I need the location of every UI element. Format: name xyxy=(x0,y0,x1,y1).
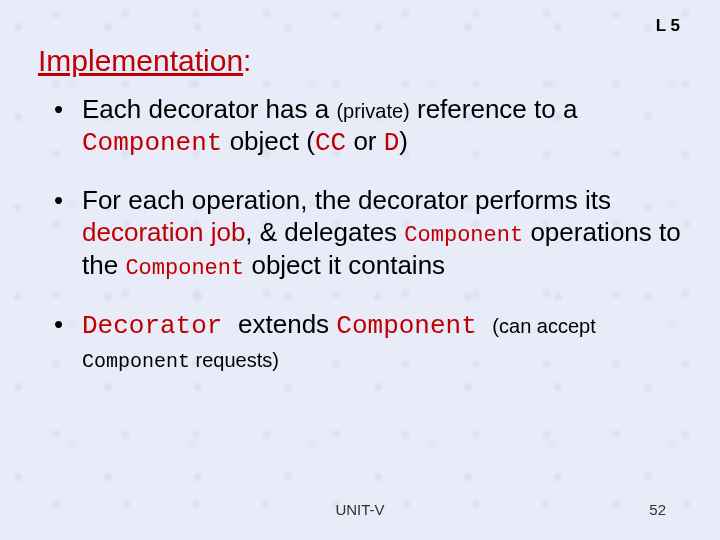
b2-decoration-job: decoration job xyxy=(82,217,245,247)
b3-component: Component xyxy=(336,311,492,341)
b1-component: Component xyxy=(82,128,222,158)
b1-close: ) xyxy=(399,126,408,156)
b2-component-2: Component xyxy=(125,256,244,281)
footer-unit: UNIT-V xyxy=(0,501,720,518)
title-text: Implementation xyxy=(38,44,243,77)
slide-title: Implementation: xyxy=(38,44,251,78)
b3-can-accept: (can accept xyxy=(492,315,595,337)
b2-text4: object it contains xyxy=(244,250,445,280)
slide-body: Each decorator has a (private) reference… xyxy=(48,94,690,400)
bullet-1: Each decorator has a (private) reference… xyxy=(48,94,690,159)
bullet-3: Decorator extends Component (can accept … xyxy=(48,309,690,374)
b1-d: D xyxy=(384,128,400,158)
b2-text: For each operation, the decorator perfor… xyxy=(82,185,611,215)
bullet-2: For each operation, the decorator perfor… xyxy=(48,185,690,282)
b3-requests: requests) xyxy=(190,349,279,371)
b1-text: Each decorator has a xyxy=(82,94,336,124)
b1-text2: reference to a xyxy=(410,94,578,124)
b3-decorator: Decorator xyxy=(82,311,238,341)
b3-extends: extends xyxy=(238,309,336,339)
b2-component-1: Component xyxy=(404,223,523,248)
lecture-label: L 5 xyxy=(656,16,680,36)
b1-or: or xyxy=(346,126,384,156)
title-colon: : xyxy=(243,44,251,78)
b1-private: (private) xyxy=(336,100,409,122)
page-number: 52 xyxy=(649,501,666,518)
b3-component-2: Component xyxy=(82,350,190,373)
b2-text2: , & delegates xyxy=(245,217,404,247)
b1-cc: CC xyxy=(315,128,346,158)
bullet-list: Each decorator has a (private) reference… xyxy=(48,94,690,374)
b1-text3: object ( xyxy=(222,126,315,156)
